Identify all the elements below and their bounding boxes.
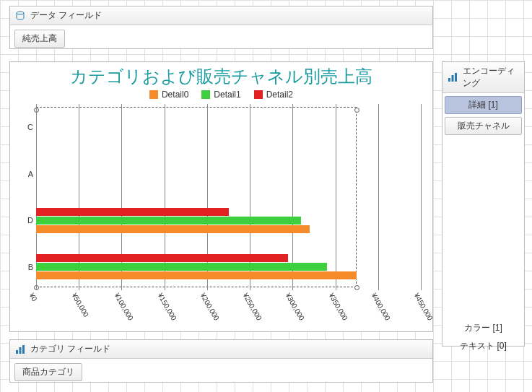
svg-rect-3 xyxy=(22,345,25,354)
y-tick-label: C xyxy=(19,123,33,131)
chart-bar[interactable] xyxy=(36,263,327,271)
encoding-header: エンコーディング xyxy=(442,62,524,93)
y-tick-label: B xyxy=(19,263,33,271)
legend-label: Detail2 xyxy=(266,90,293,100)
x-tick-label: ¥400,000 xyxy=(370,292,391,322)
x-tick-label: ¥150,000 xyxy=(156,292,178,322)
x-tick-label: ¥100,000 xyxy=(113,292,135,322)
encoding-channel-chip[interactable]: 販売チャネル xyxy=(445,117,522,135)
chart-bar[interactable] xyxy=(36,217,301,225)
y-tick-label: A xyxy=(19,170,33,178)
legend-label: Detail1 xyxy=(214,90,240,100)
encoding-text-row[interactable]: テキスト [0] xyxy=(445,337,522,355)
svg-rect-2 xyxy=(19,347,22,354)
legend-label: Detail0 xyxy=(162,90,188,100)
svg-rect-4 xyxy=(448,78,450,82)
data-fields-icon xyxy=(14,10,26,22)
x-tick-label: ¥450,000 xyxy=(412,292,434,322)
grid-line xyxy=(336,104,336,290)
category-fields-panel: カテゴリ フィールド 商品カテゴリ xyxy=(9,339,433,383)
chart-bar[interactable] xyxy=(36,208,229,216)
x-tick-label: ¥350,000 xyxy=(327,292,349,322)
encoding-color-row[interactable]: カラー [1] xyxy=(445,319,522,337)
legend-item[interactable]: Detail2 xyxy=(254,90,293,100)
chart-plot-area[interactable]: ¥0¥50,000¥100,000¥150,000¥200,000¥250,00… xyxy=(36,104,419,303)
encoding-icon xyxy=(447,71,458,83)
x-tick-label: ¥200,000 xyxy=(199,292,220,322)
chart-legend: Detail0Detail1Detail2 xyxy=(10,90,432,104)
encoding-panel: エンコーディング 詳細 [1] 販売チャネル カラー [1] テキスト [0] xyxy=(442,61,525,347)
x-tick-label: ¥0 xyxy=(27,292,38,302)
selection-handle[interactable] xyxy=(354,108,359,113)
x-tick-label: ¥250,000 xyxy=(242,292,263,322)
data-fields-header: データ フィールド xyxy=(10,6,432,25)
category-fields-header: カテゴリ フィールド xyxy=(10,340,432,359)
legend-swatch-icon xyxy=(149,90,158,99)
data-fields-panel: データ フィールド 純売上高 xyxy=(9,6,433,49)
category-fields-title: カテゴリ フィールド xyxy=(30,343,110,355)
x-tick-label: ¥300,000 xyxy=(284,292,306,322)
encoding-title: エンコーディング xyxy=(463,65,520,90)
chart-bar[interactable] xyxy=(36,225,310,233)
chart-bar[interactable] xyxy=(36,271,357,279)
legend-item[interactable]: Detail0 xyxy=(149,90,188,100)
data-field-chip[interactable]: 純売上高 xyxy=(14,30,65,48)
chart-bar[interactable] xyxy=(36,254,288,262)
svg-point-0 xyxy=(17,12,24,14)
svg-rect-1 xyxy=(16,350,18,354)
x-tick-label: ¥50,000 xyxy=(71,292,91,318)
svg-rect-5 xyxy=(452,75,454,82)
selection-handle[interactable] xyxy=(354,285,359,290)
category-field-chip[interactable]: 商品カテゴリ xyxy=(14,363,82,381)
legend-swatch-icon xyxy=(254,90,263,99)
legend-item[interactable]: Detail1 xyxy=(201,90,240,100)
category-fields-icon xyxy=(14,344,26,355)
chart-panel: カテゴリおよび販売チャネル別売上高 Detail0Detail1Detail2 … xyxy=(9,61,433,332)
data-fields-title: データ フィールド xyxy=(30,9,102,22)
chart-title: カテゴリおよび販売チャネル別売上高 xyxy=(10,62,432,90)
legend-swatch-icon xyxy=(201,90,210,99)
y-tick-label: D xyxy=(19,216,33,225)
grid-line xyxy=(378,104,379,290)
svg-rect-6 xyxy=(455,73,457,82)
encoding-detail-chip[interactable]: 詳細 [1] xyxy=(445,96,522,114)
grid-line xyxy=(421,104,422,290)
